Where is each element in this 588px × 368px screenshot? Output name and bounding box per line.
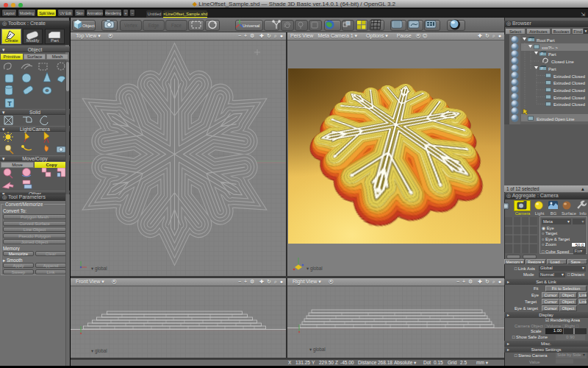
svg-text:▾ global: ▾ global [309,347,326,353]
svg-text:Vertex: Vertex [124,23,138,28]
svg-text:Extruded Closed: Extruded Closed [553,88,585,93]
svg-text:Part: Part [548,67,556,71]
svg-text:Face: Face [171,23,182,28]
svg-text:▾ global: ▾ global [306,266,323,272]
svg-text:Extruded Closed: Extruded Closed [553,96,585,100]
svg-text:T: T [7,100,12,107]
svg-text:Part: Part [548,52,556,57]
svg-text:Root Part: Root Part [537,38,555,43]
svg-text:Edge: Edge [148,23,159,29]
svg-text:Extruded Closed: Extruded Closed [553,102,585,107]
svg-text:▾ global: ▾ global [91,266,107,272]
svg-text:Extruded Closed: Extruded Closed [553,81,585,85]
svg-text:▾ global: ▾ global [91,348,107,354]
svg-text:Closed Line: Closed Line [551,60,574,64]
svg-text:Universal: Universal [243,24,259,28]
svg-text:xxx?!~ >: xxx?!~ > [542,46,559,50]
svg-text:Object: Object [82,24,95,28]
svg-text:Extruded Closed: Extruded Closed [553,74,585,79]
svg-text:Extruded Open Line: Extruded Open Line [537,117,575,121]
